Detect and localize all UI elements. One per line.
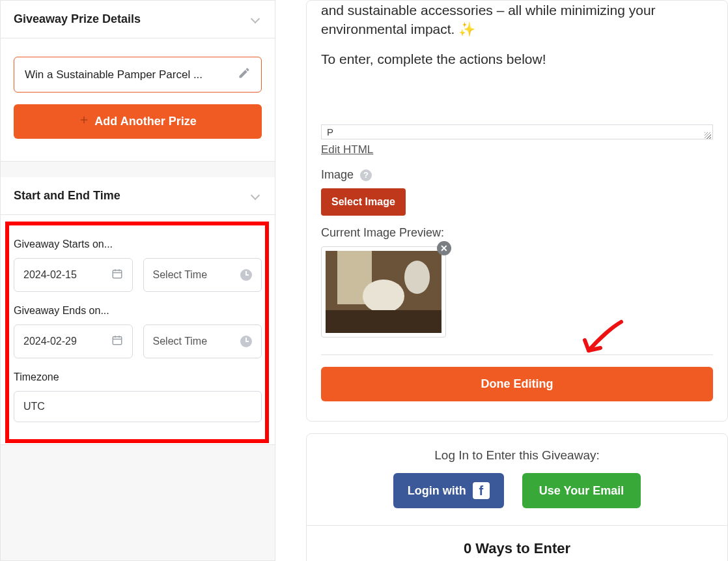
add-prize-label: Add Another Prize [94,115,196,128]
end-date-input[interactable]: 2024-02-29 [14,324,133,358]
status-tag: P [327,126,333,137]
clock-icon [240,269,252,281]
edit-html-link[interactable]: Edit HTML [321,143,373,156]
add-another-prize-button[interactable]: Add Another Prize [14,104,262,139]
timezone-value: UTC [23,401,45,412]
login-email-button[interactable]: Use Your Email [522,473,641,508]
remove-image-button[interactable]: ✕ [437,241,451,255]
starts-on-label: Giveaway Starts on... [14,238,262,250]
editor-card: and sustainable accessories – all while … [306,0,728,422]
login-card: Log In to Enter this Giveaway: Login wit… [306,433,728,561]
done-editing-button[interactable]: Done Editing [321,367,713,401]
ends-on-label: Giveaway Ends on... [14,305,262,317]
prize-details-title: Giveaway Prize Details [14,12,141,26]
timezone-select[interactable]: UTC [14,391,262,422]
facebook-icon: f [473,482,490,499]
divider [321,354,713,355]
ways-to-enter-header: 0 Ways to Enter [307,525,727,561]
prize-details-header[interactable]: Giveaway Prize Details [1,1,275,38]
pencil-icon[interactable] [238,66,251,83]
end-time-input[interactable]: Select Time [143,324,262,358]
chevron-down-icon [250,14,262,25]
resize-handle-icon[interactable] [703,131,711,139]
image-thumbnail [326,251,441,333]
time-panel-body: Giveaway Starts on... 2024-02-15 Select … [1,215,275,445]
image-preview [321,246,446,338]
start-date-input[interactable]: 2024-02-15 [14,258,133,292]
description-editor[interactable]: and sustainable accessories – all while … [307,1,727,124]
help-icon[interactable]: ? [360,169,372,181]
start-time-input[interactable]: Select Time [143,258,262,292]
start-date-value: 2024-02-15 [23,269,77,281]
desc-paragraph-1: and sustainable accessories – all while … [321,1,713,39]
desc-paragraph-2: To enter, complete the actions below! [321,50,713,68]
settings-sidebar: Giveaway Prize Details Win a Sustainable… [0,0,275,561]
current-image-preview-label: Current Image Preview: [321,226,713,240]
panel-gap [1,162,275,177]
time-panel-header[interactable]: Start and End Time [1,177,275,215]
svg-rect-6 [113,337,122,345]
end-date-value: 2024-02-29 [23,336,77,347]
prize-item[interactable]: Win a Sustainable Pamper Parcel ... [14,57,262,93]
svg-rect-2 [113,270,122,278]
prize-name-text: Win a Sustainable Pamper Parcel ... [25,68,203,81]
login-fb-label: Login with [408,484,466,498]
plus-icon [79,115,89,128]
chevron-down-icon [250,190,262,202]
login-facebook-button[interactable]: Login with f [393,473,504,508]
time-panel-title: Start and End Time [14,189,120,203]
start-time-placeholder: Select Time [153,269,208,281]
login-title: Log In to Enter this Giveaway: [307,434,727,473]
close-icon: ✕ [440,243,448,253]
timezone-label: Timezone [14,371,262,383]
calendar-icon [111,268,123,282]
prize-details-body: Win a Sustainable Pamper Parcel ... Add … [1,38,275,162]
main-editor-area: and sustainable accessories – all while … [306,0,728,561]
end-time-placeholder: Select Time [153,336,208,347]
image-preview-wrap: ✕ [321,246,446,338]
select-image-button[interactable]: Select Image [321,188,406,216]
calendar-icon [111,334,123,349]
clock-icon [240,336,252,347]
editor-status-bar: P [321,124,713,139]
image-label: Image [321,168,354,182]
